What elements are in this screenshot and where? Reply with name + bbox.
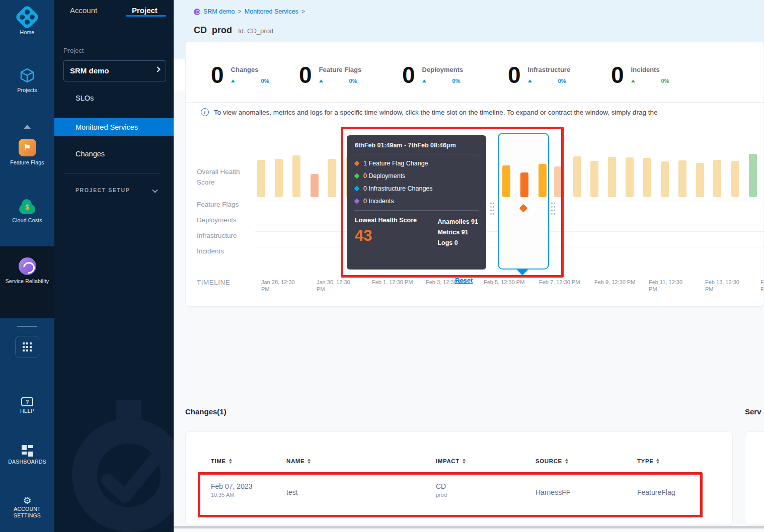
project-section-label: Project — [63, 47, 84, 54]
project-selector[interactable]: SRM demo — [63, 60, 166, 81]
sidebar-item-account-settings[interactable]: ⚙ ACCOUNT SETTINGS — [0, 496, 54, 519]
app-window: Home Projects ⚑ Feature Flags $ Cloud Co… — [0, 0, 764, 532]
orange-diamond-icon — [354, 160, 359, 166]
main-content: SRM demo > Monitored Services > CD_prod … — [174, 0, 764, 532]
timeline-bar[interactable] — [643, 158, 651, 197]
selection-drag-handle-right[interactable] — [551, 202, 556, 215]
timeline-bar[interactable] — [696, 163, 704, 197]
sidebar-item-dashboards[interactable]: DASHBOARDS — [0, 445, 54, 465]
sidebar-item-projects[interactable]: Projects — [0, 67, 54, 94]
stat-incidents: 0 Incidents 0% — [611, 62, 669, 88]
row-label-timeline: TIMELINE — [197, 279, 230, 286]
service-dependency-card — [745, 431, 764, 525]
timeline-bar[interactable] — [749, 154, 757, 197]
tab-project[interactable]: Project — [132, 6, 158, 15]
gear-icon: ⚙ — [0, 496, 54, 506]
sidebar-item-service-reliability[interactable]: Service Reliability — [0, 257, 54, 285]
timeline-bar[interactable] — [626, 157, 634, 197]
module-picker-button[interactable] — [0, 336, 54, 358]
sort-icon — [229, 459, 232, 464]
reliability-icon — [0, 257, 54, 275]
right-section-heading: Serv — [745, 407, 761, 416]
purple-diamond-icon — [354, 198, 359, 204]
sidebar-item-label: Home — [0, 29, 54, 36]
trend-up-icon — [631, 79, 635, 82]
sidebar-item-cloud-costs[interactable]: $ Cloud Costs — [0, 201, 54, 224]
stat-label: Feature Flags — [319, 66, 362, 73]
cell-time: Feb 07, 2023 10:35 AM — [211, 482, 253, 498]
timeline-date-label: Jan 28, 12:30PM — [261, 279, 295, 293]
timeline-date-label: Feb 7, 12:30 PM — [539, 279, 580, 286]
harness-logo-icon — [0, 8, 54, 26]
timeline-date-label: Feb 5, 12:30 PM — [484, 279, 524, 286]
timeline-bar[interactable] — [608, 157, 616, 197]
timeline-bar[interactable] — [678, 160, 686, 197]
column-header-time[interactable]: TIME — [211, 458, 232, 464]
stat-label: Infrastructure — [528, 66, 571, 73]
timeline-bar[interactable] — [573, 156, 581, 197]
timeline-bar[interactable] — [257, 160, 265, 197]
scroll-up-icon[interactable] — [23, 125, 31, 129]
nav-item-changes[interactable]: Changes — [54, 145, 174, 163]
column-label: NAME — [286, 458, 304, 464]
time-value: Feb 07, 2023 — [211, 482, 253, 490]
stat-value: 0 — [211, 62, 224, 88]
timeline-bar[interactable] — [292, 155, 300, 197]
timeline-bar[interactable] — [539, 164, 547, 197]
srm-module-icon — [194, 9, 200, 15]
project-setup-toggle[interactable]: PROJECT SETUP — [75, 187, 130, 193]
timeline-date-label: Feb 15, 12:30PM — [760, 279, 764, 293]
timeline-selection-window[interactable] — [498, 133, 549, 270]
project-name: SRM demo — [70, 66, 109, 75]
tab-account[interactable]: Account — [70, 6, 97, 15]
service-health-card: 0 Changes 0% 0 Feature Flags 0% 0 Deploy… — [185, 41, 764, 307]
reset-link[interactable]: Reset — [455, 277, 473, 284]
sidebar-item-feature-flags[interactable]: ⚑ Feature Flags — [0, 139, 54, 166]
sidebar-item-home[interactable]: Home — [0, 8, 54, 36]
timeline-bar[interactable] — [275, 159, 283, 197]
column-header-source[interactable]: SOURCE — [536, 458, 568, 464]
chat-icon: ? — [21, 397, 33, 406]
grid-icon — [23, 342, 32, 351]
row-label-health: Overall Health Score — [197, 166, 255, 188]
timeline-bar[interactable] — [328, 159, 336, 197]
tooltip-item-label: 0 Deployments — [363, 172, 405, 180]
timeline-bar[interactable] — [311, 174, 319, 197]
timeline-bar[interactable] — [713, 160, 721, 197]
column-header-name[interactable]: NAME — [286, 458, 311, 464]
timeline-tooltip: 6thFeb 01:49am - 7thFeb 08:46pm 1 Featur… — [347, 135, 486, 270]
breadcrumb-link-monitored-services[interactable]: Monitored Services — [245, 8, 298, 15]
column-label: TIME — [211, 458, 226, 464]
changes-table-card: TIME NAME IMPACT SOURCE TYPE Feb 07, 202… — [185, 431, 733, 525]
active-tab-underline — [126, 15, 166, 17]
row-label-infrastructure: Infrastructure — [197, 232, 237, 239]
sort-icon — [565, 459, 568, 464]
breadcrumb-link-project[interactable]: SRM demo — [203, 8, 235, 15]
timeline-bar[interactable] — [661, 161, 669, 197]
timeline-bar[interactable] — [554, 166, 562, 197]
nav-item-monitored-services[interactable]: Monitored Services — [54, 118, 174, 136]
sidebar-item-label: ACCOUNT SETTINGS — [0, 506, 54, 519]
cell-impact: CD prod — [436, 482, 447, 498]
scrollbar-track[interactable] — [174, 526, 764, 528]
timeline-bar[interactable] — [731, 161, 739, 197]
tooltip-anomalies: Anamolies 91 — [437, 217, 478, 227]
column-header-impact[interactable]: IMPACT — [436, 458, 466, 464]
stat-label: Changes — [231, 66, 259, 73]
module-sidebar: Home Projects ⚑ Feature Flags $ Cloud Co… — [0, 0, 54, 532]
tooltip-item-feature-flag: 1 Feature Flag Change — [355, 160, 478, 167]
selection-drag-handle-left[interactable] — [490, 202, 495, 215]
sidebar-item-help[interactable]: ? HELP — [0, 397, 54, 414]
timeline-bar[interactable] — [520, 172, 528, 197]
green-diamond-icon — [354, 173, 359, 179]
column-header-type[interactable]: TYPE — [637, 458, 659, 464]
trend-up-icon — [528, 79, 532, 82]
stat-infrastructure: 0 Infrastructure 0% — [508, 62, 570, 88]
timeline-bar[interactable] — [502, 165, 510, 197]
nav-item-slos[interactable]: SLOs — [54, 89, 174, 107]
impact-sub-value: prod — [436, 492, 447, 498]
stat-percent: 0% — [349, 78, 357, 84]
timeline-bar[interactable] — [590, 161, 598, 197]
sort-icon — [308, 459, 311, 464]
trend-up-icon — [231, 79, 235, 82]
